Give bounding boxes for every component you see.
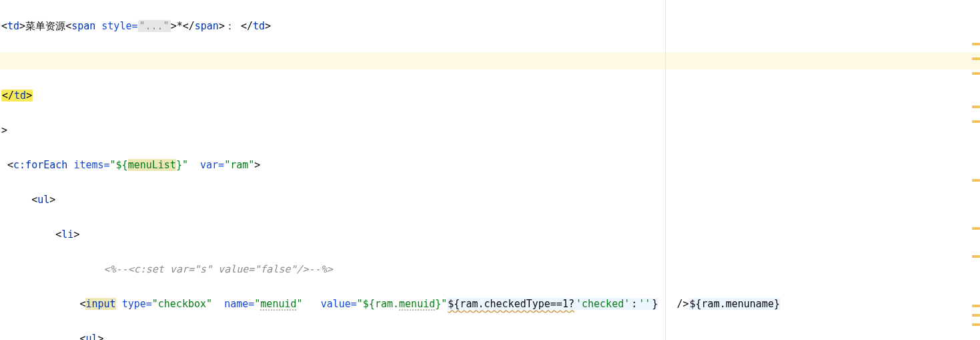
code-line[interactable]: <li>: [0, 226, 980, 243]
tag-input: input: [85, 298, 115, 310]
code-line[interactable]: <ul>: [0, 330, 980, 340]
el-expression: ${ram.checkedType==1?: [447, 298, 575, 310]
stray-gt: >: [1, 124, 7, 136]
attr-items: items=: [73, 159, 109, 171]
tag-td: td: [7, 20, 19, 32]
code-editor[interactable]: <td>菜单资源<span style="...">*</span>： </td…: [0, 0, 980, 340]
jsp-comment: <%--<c:set var="s" value="false"/>--%>: [104, 263, 333, 275]
text-content: ：: [225, 20, 235, 32]
warning-stripe[interactable]: [972, 314, 980, 317]
code-line[interactable]: <%--<c:set var="s" value="false"/>--%>: [0, 261, 980, 278]
code-line[interactable]: <td>菜单资源<span style="...">*</span>： </td…: [0, 17, 980, 35]
tag-c-foreach: c:forEach: [13, 159, 67, 171]
error-stripe-gutter[interactable]: [971, 0, 980, 340]
warning-stripe[interactable]: [972, 120, 980, 123]
warning-stripe[interactable]: [972, 255, 980, 258]
warning-stripe[interactable]: [972, 72, 980, 75]
tag-td-close: td: [14, 90, 26, 102]
el-output: ${ram.menuname}: [689, 298, 781, 310]
code-line[interactable]: <input type="checkbox" name="menuid" val…: [0, 295, 980, 313]
el-var-menulist: menuList: [128, 159, 176, 171]
tag-td-close: td: [253, 20, 265, 32]
attr-name: name=: [224, 298, 254, 310]
right-margin-guide: [665, 0, 666, 340]
code-line[interactable]: <ul>: [0, 191, 980, 208]
code-line-active[interactable]: [0, 52, 980, 69]
text-content: *: [177, 20, 183, 32]
warning-stripe[interactable]: [972, 106, 980, 108]
tag-ul: ul: [37, 194, 49, 206]
code-line[interactable]: >: [0, 122, 980, 139]
warning-stripe[interactable]: [972, 305, 980, 307]
tag-span: span: [71, 20, 95, 32]
attr-var: var=: [200, 159, 224, 171]
warning-stripe[interactable]: [972, 323, 980, 326]
attr-style: style=: [101, 20, 137, 32]
text-content: 菜单资源: [25, 20, 65, 32]
code-line[interactable]: <c:forEach items="${menuList}" var="ram"…: [0, 156, 980, 174]
tag-ul: ul: [85, 333, 97, 340]
tag-li: li: [61, 228, 73, 240]
warning-stripe[interactable]: [972, 57, 980, 60]
warning-stripe[interactable]: [972, 227, 980, 230]
folded-region[interactable]: "...": [138, 20, 171, 32]
attr-value: value=: [321, 298, 357, 310]
attr-type: type=: [122, 298, 152, 310]
warning-stripe[interactable]: [972, 179, 980, 182]
warning-stripe[interactable]: [972, 43, 980, 45]
tag-span-close: span: [195, 20, 219, 32]
code-line[interactable]: </td>: [0, 87, 980, 104]
